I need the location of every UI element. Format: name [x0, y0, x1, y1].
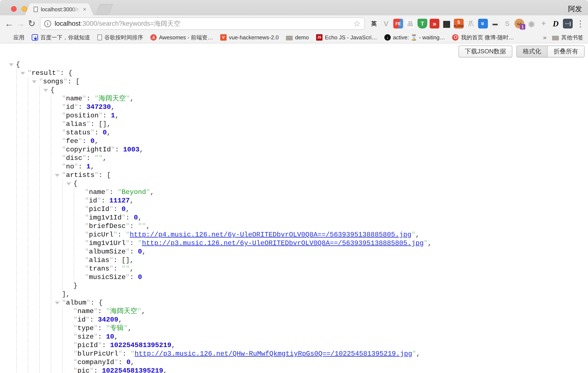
weibo-grey-extension-icon[interactable]: ◉ — [526, 19, 536, 29]
json-punct: , — [142, 248, 146, 256]
collapse-triangle-icon[interactable] — [66, 182, 71, 185]
json-punct: : — [67, 78, 75, 85]
quote-mark: " — [62, 171, 66, 179]
fehelper-extension-icon[interactable]: FE — [393, 19, 403, 29]
s-disabled-extension-icon[interactable]: S — [502, 19, 512, 29]
bookmark-other-bookmarks[interactable]: 其他书签 — [552, 34, 583, 41]
collapse-triangle-icon[interactable] — [55, 174, 60, 177]
quote-mark: " — [62, 129, 66, 137]
indent-guide — [51, 188, 51, 196]
quote-mark: " — [82, 154, 86, 162]
indent-guide — [51, 120, 51, 128]
word-translate-extension-icon[interactable]: ⋯| — [563, 19, 573, 29]
indent-guide — [51, 137, 51, 145]
bookmark-demo[interactable]: demo — [286, 34, 309, 41]
indent-guide — [16, 290, 17, 298]
json-url-link[interactable]: http://p3.music.126.net/QHw-RuMwfQkmgtiy… — [135, 350, 412, 358]
json-line: "size": 10, — [0, 333, 588, 341]
chrome-menu-icon[interactable]: ⋮ — [576, 19, 585, 29]
json-punct: : — [102, 341, 110, 349]
indent-guide — [28, 77, 28, 86]
translate-extension-icon[interactable]: 英 — [369, 19, 379, 29]
indent-guide — [28, 137, 28, 145]
json-line-code: "albumSize": 0, — [85, 247, 146, 256]
format-button[interactable]: 格式化 — [517, 46, 547, 57]
site-info-icon[interactable]: i — [44, 20, 51, 27]
bookmark-echojs[interactable]: JSEcho JS - JavaScri… — [316, 34, 377, 41]
bookmark-active[interactable]: ↓active: ⌛ - waiting… — [384, 34, 445, 41]
json-punct: : — [113, 256, 121, 264]
json-line: "albumSize": 0, — [0, 247, 588, 256]
green-shield-extension-icon[interactable]: T — [418, 19, 427, 29]
bookmark-google-sorted[interactable]: 谷歌按时间排序 — [97, 34, 143, 41]
collapse-all-button[interactable]: 折叠所有 — [547, 46, 584, 57]
json-line-code: "img1v1Url": "http://p3.music.126.net/6y… — [85, 239, 432, 247]
indent-guide — [62, 256, 63, 265]
d-cursive-glyph: D — [553, 20, 558, 28]
indent-guide — [74, 247, 74, 256]
collapse-triangle-icon[interactable] — [9, 63, 14, 66]
quote-mark: " — [94, 171, 99, 179]
quote-mark: " — [73, 333, 77, 341]
json-line: "name": "海阔天空", — [0, 307, 588, 316]
mask-extension-icon[interactable]: ▬ — [490, 19, 500, 29]
collapse-triangle-icon[interactable] — [21, 72, 25, 75]
quote-mark: " — [73, 324, 77, 332]
fast-forward-extension-icon[interactable]: » — [430, 19, 439, 29]
json-url-link[interactable]: http://p3.music.126.net/6y-UleORITEDbvrO… — [142, 239, 424, 247]
url-bar[interactable]: i localhost:3000/search?keywords=海阔天空 ☆ — [40, 17, 365, 30]
download-json-button[interactable]: 下载JSON数据 — [459, 45, 512, 57]
json-value: id — [89, 197, 97, 204]
indent-guide — [16, 333, 17, 341]
html5-player-extension-icon[interactable]: 5PLAYER — [454, 19, 464, 29]
monkey-extension-icon[interactable]: ω1 — [514, 19, 524, 29]
json-punct: : — [117, 231, 126, 239]
new-tab-button[interactable] — [96, 4, 113, 15]
json-punct: , — [130, 197, 134, 204]
json-number: 10 — [106, 333, 114, 341]
json-line-code: "position": 1, — [62, 111, 119, 120]
close-window-button[interactable] — [11, 6, 17, 12]
d-cursive-extension-icon[interactable]: D — [551, 19, 561, 29]
indent-guide — [16, 111, 17, 120]
bookmark-vue-hackernews[interactable]: Vvue-hackernews-2.0 — [220, 34, 279, 41]
json-line: "status": 0, — [0, 128, 588, 137]
bookmark-weibo-home[interactable]: 我的首页 微博-随时… — [452, 34, 514, 41]
json-line: "id": 11127, — [0, 196, 588, 205]
indent-guide — [51, 247, 51, 256]
reload-button[interactable]: ↻ — [26, 19, 37, 28]
sitemap-extension-icon[interactable]: 品 — [405, 19, 415, 29]
json-punct: : — [90, 316, 98, 324]
json-number: 1003 — [123, 146, 139, 154]
url-text[interactable]: localhost:3000/search?keywords=海阔天空 — [55, 19, 180, 28]
bookmark-baidu[interactable]: 百度一下，你就知道 — [32, 34, 90, 41]
collapse-triangle-icon[interactable] — [55, 301, 60, 305]
bookmark-star-icon[interactable]: ☆ — [353, 20, 360, 28]
qrcode-extension-icon[interactable]: ▦ — [442, 19, 452, 29]
back-button[interactable]: ← — [3, 19, 15, 28]
indent-guide — [39, 316, 40, 324]
claw-extension-icon[interactable]: 爪 — [466, 19, 476, 29]
collapse-triangle-icon[interactable] — [43, 89, 48, 92]
indent-guide — [39, 95, 40, 103]
collapse-triangle-icon[interactable] — [32, 80, 37, 83]
indent-guide — [39, 350, 40, 358]
json-punct: , — [139, 146, 144, 154]
blue-chevron-extension-icon[interactable]: » — [478, 19, 488, 29]
minimize-window-button[interactable] — [22, 6, 27, 12]
bookmark-awesomes[interactable]: AAwesomes - 前端资… — [150, 34, 213, 41]
active-tab[interactable]: localhost:3000/search?keywor × — [25, 3, 94, 15]
tab-close-icon[interactable]: × — [83, 6, 86, 12]
bookmark-apps[interactable]: 应用 — [5, 34, 24, 41]
word-translate-glyph: ⋯| — [565, 21, 571, 26]
vue-devtools-extension-icon[interactable]: V — [381, 19, 391, 29]
hummingbird-extension-icon[interactable]: ✦ — [539, 19, 548, 29]
json-punct: , — [90, 163, 94, 171]
json-number: 0 — [134, 214, 138, 222]
quote-mark: " — [62, 163, 66, 171]
profile-name[interactable]: 阿发 — [568, 4, 582, 14]
quote-mark: " — [94, 324, 98, 332]
bookmarks-overflow-chevron-icon[interactable]: » — [543, 34, 546, 41]
json-value: name — [77, 307, 94, 315]
json-url-link[interactable]: http://p4.music.126.net/6y-UleORITEDbvrO… — [130, 231, 411, 239]
